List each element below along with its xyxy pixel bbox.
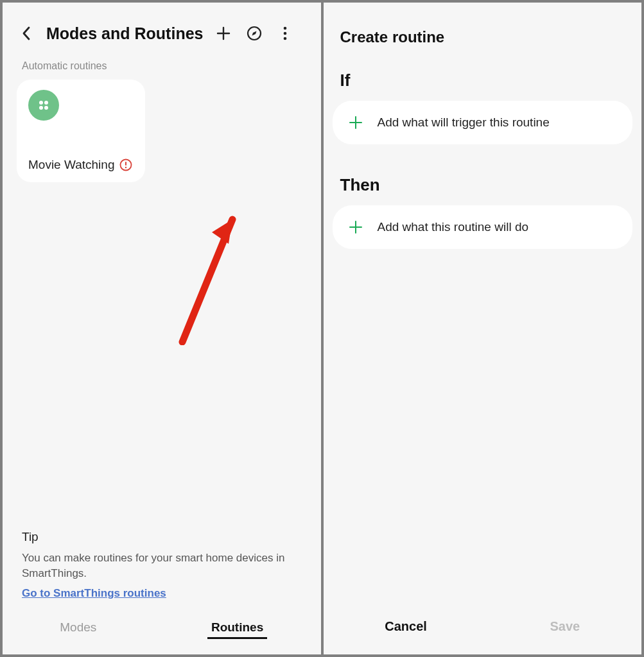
- svg-point-5: [44, 101, 48, 105]
- header: Modes and Routines: [3, 3, 321, 56]
- back-button[interactable]: [18, 24, 36, 42]
- automatic-routines-label: Automatic routines: [3, 56, 321, 80]
- add-routine-button[interactable]: [213, 23, 234, 44]
- tip-block: Tip You can make routines for your smart…: [3, 530, 321, 606]
- annotation-arrow: [170, 210, 247, 345]
- page-title: Modes and Routines: [46, 24, 203, 43]
- add-action-button[interactable]: Add what this routine will do: [333, 205, 633, 249]
- tab-routines[interactable]: Routines: [207, 618, 267, 639]
- routines-screen: Modes and Routines Automatic routines: [3, 3, 321, 654]
- right-header: Create routine: [324, 3, 642, 59]
- plus-icon: [348, 219, 363, 235]
- save-button[interactable]: Save: [537, 617, 593, 636]
- svg-point-6: [39, 106, 43, 110]
- svg-point-3: [284, 37, 287, 40]
- compass-icon[interactable]: [244, 23, 265, 44]
- create-routine-title: Create routine: [340, 28, 623, 46]
- routine-card[interactable]: Movie Watching: [17, 80, 145, 182]
- add-trigger-label: Add what will trigger this routine: [378, 115, 550, 130]
- right-footer: Cancel Save: [324, 602, 642, 654]
- svg-point-4: [39, 101, 43, 105]
- smartthings-icon: [28, 90, 59, 121]
- svg-point-2: [284, 32, 287, 35]
- left-body: [3, 182, 321, 530]
- tab-modes[interactable]: Modes: [56, 618, 100, 639]
- smartthings-routines-link[interactable]: Go to SmartThings routines: [22, 587, 166, 600]
- routine-name: Movie Watching: [28, 158, 114, 172]
- svg-point-1: [284, 27, 287, 30]
- svg-rect-9: [125, 162, 126, 166]
- more-menu-icon[interactable]: [275, 23, 295, 44]
- routines-grid: Movie Watching: [3, 80, 321, 182]
- add-action-label: Add what this routine will do: [378, 220, 529, 234]
- plus-icon: [348, 115, 363, 130]
- create-routine-screen: Create routine If Add what will trigger …: [324, 3, 642, 654]
- cancel-button[interactable]: Cancel: [372, 617, 440, 636]
- svg-point-7: [44, 106, 48, 110]
- warning-icon: [119, 158, 132, 171]
- svg-point-10: [125, 167, 126, 168]
- add-trigger-button[interactable]: Add what will trigger this routine: [333, 101, 633, 144]
- if-label: If: [324, 59, 642, 101]
- then-label: Then: [324, 164, 642, 205]
- bottom-tabs: Modes Routines: [3, 606, 321, 654]
- tip-heading: Tip: [22, 530, 302, 544]
- tip-text: You can make routines for your smart hom…: [22, 550, 302, 582]
